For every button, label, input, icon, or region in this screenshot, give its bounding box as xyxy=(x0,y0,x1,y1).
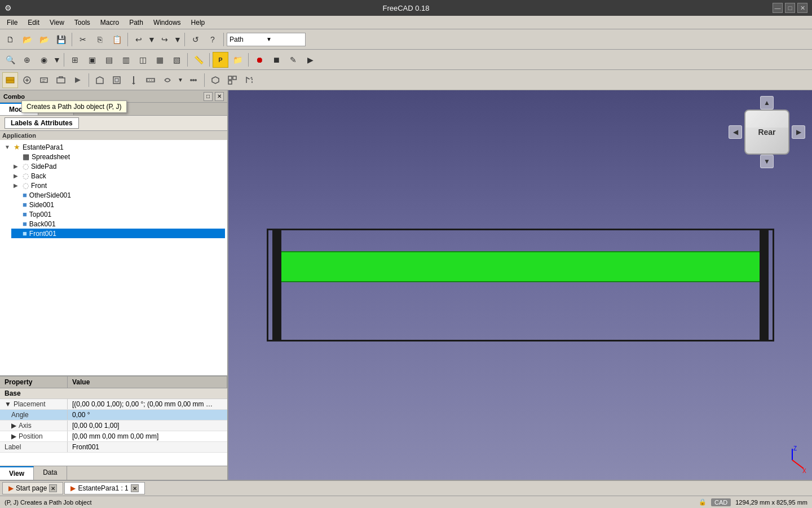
nav-left-arrow[interactable]: ◀ xyxy=(729,125,742,139)
root-expand-icon[interactable]: ▼ xyxy=(5,144,11,150)
tab-estante[interactable]: ▶ EstantePara1 : 1 ✕ xyxy=(64,482,144,494)
tree-item-back[interactable]: ▶ ◌ Back xyxy=(11,171,225,181)
menu-path[interactable]: Path xyxy=(125,17,148,28)
start-page-close[interactable]: ✕ xyxy=(49,484,57,492)
nav-up-arrow[interactable]: ▲ xyxy=(760,96,774,110)
path-sim-button[interactable] xyxy=(70,72,86,88)
home-view-button[interactable]: ⊞ xyxy=(67,52,83,68)
placement-expand-icon[interactable]: ▼ xyxy=(5,400,11,408)
redo-button[interactable]: ↪ xyxy=(157,32,173,47)
open-button[interactable]: 📂 xyxy=(19,32,35,47)
help-whats-this[interactable]: ? xyxy=(205,32,220,47)
folder-button[interactable]: 📁 xyxy=(230,52,245,68)
menubar: File Edit View Tools Macro Path Windows … xyxy=(0,16,812,29)
draw-style-arrow[interactable]: ▼ xyxy=(53,52,61,68)
labels-button[interactable]: Labels & Attributes xyxy=(5,117,79,129)
nav-cube-face[interactable]: Rear xyxy=(744,110,789,155)
path-job-button[interactable] xyxy=(2,72,18,88)
path-post-button[interactable] xyxy=(19,72,35,88)
path-copy-button[interactable] xyxy=(208,72,223,88)
tree-item-otherside001[interactable]: ■ OtherSide001 xyxy=(11,190,225,200)
prop-row-label[interactable]: Label Front001 xyxy=(0,442,227,453)
undo-button[interactable]: ↩ xyxy=(131,32,147,47)
workbench-selector[interactable]: Path ▼ xyxy=(227,33,306,46)
position-expand-icon[interactable]: ▶ xyxy=(11,432,16,440)
maximize-button[interactable]: □ xyxy=(785,3,795,13)
menu-file[interactable]: File xyxy=(2,17,22,28)
back-expand[interactable]: ▶ xyxy=(14,173,20,179)
macro-run-button[interactable]: ▶ xyxy=(302,52,318,68)
drill-button[interactable] xyxy=(126,72,142,88)
part-button[interactable]: P xyxy=(213,52,228,68)
tab-start-page[interactable]: ▶ Start page ✕ xyxy=(2,482,63,494)
measure-button[interactable]: 📏 xyxy=(191,52,206,68)
nav-right-arrow[interactable]: ▶ xyxy=(792,125,805,139)
front-expand[interactable]: ▶ xyxy=(14,182,20,189)
minimize-button[interactable]: — xyxy=(773,3,783,13)
right-view-button[interactable]: ▥ xyxy=(118,52,134,68)
stop-button[interactable]: ⏹ xyxy=(268,52,284,68)
paste-button[interactable]: 📋 xyxy=(109,32,125,47)
record-button[interactable]: ⏺ xyxy=(251,52,267,68)
cut-button[interactable]: ✂ xyxy=(75,32,91,47)
profile-button[interactable] xyxy=(92,72,108,88)
close-button[interactable]: ✕ xyxy=(797,3,807,13)
menu-help[interactable]: Help xyxy=(187,17,210,28)
sep1 xyxy=(72,33,72,46)
pocket-button[interactable] xyxy=(109,72,125,88)
macro-edit-button[interactable]: ✎ xyxy=(285,52,301,68)
undo-arrow[interactable]: ▼ xyxy=(148,32,156,47)
rear-view-button[interactable]: ◫ xyxy=(135,52,151,68)
sidepad-expand[interactable]: ▶ xyxy=(14,163,20,169)
front-view-button[interactable]: ▣ xyxy=(84,52,100,68)
copy-button[interactable]: ⎘ xyxy=(92,32,108,47)
path-extra-button[interactable] xyxy=(186,72,201,88)
tree-item-front[interactable]: ▶ ◌ Front xyxy=(11,181,225,190)
shelf-green[interactable] xyxy=(273,251,767,282)
estante-close[interactable]: ✕ xyxy=(131,484,139,492)
menu-tools[interactable]: Tools xyxy=(70,17,95,28)
menu-macro[interactable]: Macro xyxy=(96,17,123,28)
path-array-button[interactable] xyxy=(224,72,240,88)
save-button[interactable]: 💾 xyxy=(53,32,69,47)
save-recent-button[interactable]: 📂 xyxy=(36,32,52,47)
redo-arrow[interactable]: ▼ xyxy=(174,32,182,47)
left-view-button[interactable]: ▧ xyxy=(169,52,184,68)
path-inspect-button[interactable] xyxy=(36,72,52,88)
path-more-arrow[interactable]: ▼ xyxy=(176,72,184,88)
cad-badge[interactable]: CAD xyxy=(711,498,731,506)
tree-item-sidepad[interactable]: ▶ ◌ SidePad xyxy=(11,161,225,171)
fit-all-button[interactable]: 🔍 xyxy=(2,52,18,68)
tree-item-front001[interactable]: ■ Front001 xyxy=(11,229,225,238)
tab-data[interactable]: Data xyxy=(34,466,67,480)
menu-windows[interactable]: Windows xyxy=(149,17,186,28)
prop-row-position[interactable]: ▶Position [0,00 mm 0,00 mm 0,00 mm] xyxy=(0,431,227,442)
new-button[interactable]: 🗋 xyxy=(2,32,18,47)
prop-row-angle[interactable]: Angle 0,00 ° xyxy=(0,410,227,421)
prop-row-placement[interactable]: ▼Placement [(0,00 0,00 1,00); 0,00 °; (0… xyxy=(0,399,227,410)
tab-view[interactable]: View xyxy=(0,466,34,480)
fit-selection-button[interactable]: ⊕ xyxy=(19,52,35,68)
tree-item-spreadsheet[interactable]: ▦ Spreadsheet xyxy=(11,152,225,161)
menu-edit[interactable]: Edit xyxy=(23,17,44,28)
workbench-label: Path xyxy=(230,36,266,43)
tree-item-back001[interactable]: ■ Back001 xyxy=(11,219,225,229)
bottom-view-button[interactable]: ▦ xyxy=(152,52,167,68)
tree-root-item[interactable]: ▼ ★ EstantePara1 xyxy=(2,142,225,152)
z-axis-label: Z xyxy=(793,446,797,452)
prop-row-axis[interactable]: ▶Axis [0,00 0,00 1,00] xyxy=(0,421,227,431)
menu-view[interactable]: View xyxy=(45,17,69,28)
path-mirror-button[interactable] xyxy=(241,72,257,88)
combo-float-button[interactable]: □ xyxy=(204,92,213,101)
face-mill-button[interactable] xyxy=(143,72,158,88)
draw-style-button[interactable]: ◉ xyxy=(36,52,52,68)
path-more-button[interactable] xyxy=(160,72,175,88)
tree-item-top001[interactable]: ■ Top001 xyxy=(11,209,225,219)
top-view-button[interactable]: ▤ xyxy=(101,52,117,68)
refresh-button[interactable]: ↺ xyxy=(188,32,204,47)
tree-item-side001[interactable]: ■ Side001 xyxy=(11,200,225,209)
axis-expand-icon[interactable]: ▶ xyxy=(11,422,16,430)
path-cam-button[interactable] xyxy=(53,72,69,88)
nav-down-arrow[interactable]: ▼ xyxy=(760,155,774,168)
combo-close-button[interactable]: ✕ xyxy=(215,92,224,101)
